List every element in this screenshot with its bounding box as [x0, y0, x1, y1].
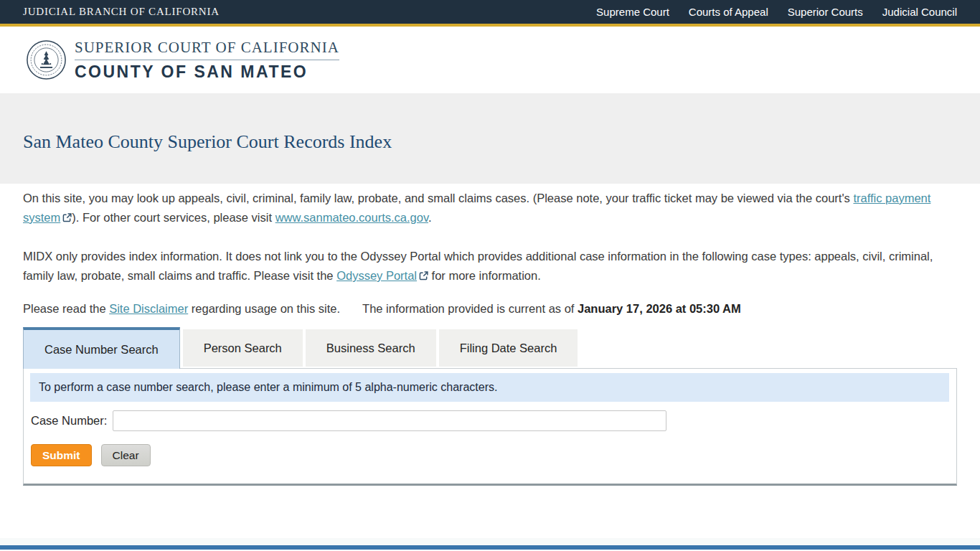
site-disclaimer-link[interactable]: Site Disclaimer — [109, 302, 188, 315]
clear-button[interactable]: Clear — [101, 444, 151, 466]
sanmateo-courts-link[interactable]: www.sanmateo.courts.ca.gov — [275, 211, 428, 224]
disclaimer-text: regarding usage on this site. — [188, 302, 340, 315]
page-title: San Mateo County Superior Court Records … — [23, 131, 957, 153]
intro-p1-text: . — [428, 211, 432, 224]
tab-business-search[interactable]: Business Search — [306, 329, 436, 367]
form-buttons-row: Submit Clear — [31, 444, 948, 466]
external-link-icon — [62, 213, 72, 222]
intro-paragraph-2: MIDX only provides index information. It… — [23, 247, 957, 286]
data-currency-datetime: January 17, 2026 at 05:30 AM — [578, 302, 741, 315]
header-court-line: SUPERIOR COURT OF CALIFORNIA — [75, 39, 339, 57]
tab-person-search[interactable]: Person Search — [183, 329, 303, 367]
intro-p1-text: ). For other court services, please visi… — [72, 211, 275, 224]
header-divider — [75, 60, 339, 60]
case-number-search-panel: To perform a case number search, please … — [23, 368, 957, 486]
data-currency-note: The information provided is current as o… — [362, 302, 741, 315]
search-instruction-text: To perform a case number search, please … — [39, 381, 497, 394]
nav-link-courts-of-appeal[interactable]: Courts of Appeal — [689, 6, 768, 18]
intro-paragraph-1: On this site, you may look up appeals, c… — [23, 189, 957, 227]
intro-p2-text: for more information. — [428, 269, 541, 282]
court-seal-icon — [26, 39, 67, 80]
main-content: On this site, you may look up appeals, c… — [0, 184, 980, 538]
topbar-nav: Supreme Court Courts of Appeal Superior … — [596, 6, 957, 18]
case-number-input[interactable] — [113, 410, 666, 431]
odyssey-portal-link[interactable]: Odyssey Portal — [336, 269, 417, 282]
tab-filing-date-search[interactable]: Filing Date Search — [439, 329, 578, 367]
search-tabs: Case Number Search Person Search Busines… — [23, 327, 957, 368]
case-number-form-row: Case Number: — [31, 410, 948, 431]
judicial-branch-brand: JUDICIAL BRANCH OF CALIFORNIA — [23, 6, 220, 18]
header-wordmark: SUPERIOR COURT OF CALIFORNIA COUNTY OF S… — [75, 39, 339, 82]
site-header: SUPERIOR COURT OF CALIFORNIA COUNTY OF S… — [0, 27, 980, 93]
intro-p1-text: On this site, you may look up appeals, c… — [23, 192, 853, 204]
disclaimer-row: Please read the Site Disclaimer regardin… — [23, 301, 957, 316]
header-county-line: COUNTY OF SAN MATEO — [75, 62, 339, 82]
case-number-label: Case Number: — [31, 414, 107, 428]
search-instruction-banner: To perform a case number search, please … — [30, 373, 949, 402]
tab-case-number-search[interactable]: Case Number Search — [23, 327, 180, 369]
nav-link-superior-courts[interactable]: Superior Courts — [788, 6, 863, 18]
disclaimer-text: Please read the — [23, 302, 109, 315]
nav-link-judicial-council[interactable]: Judicial Council — [882, 6, 957, 18]
data-currency-prefix: The information provided is current as o… — [362, 302, 578, 315]
government-topbar: JUDICIAL BRANCH OF CALIFORNIA Supreme Co… — [0, 0, 980, 24]
submit-button[interactable]: Submit — [31, 444, 92, 466]
external-link-icon — [419, 271, 428, 281]
footer-light-strip — [0, 538, 980, 545]
title-band: San Mateo County Superior Court Records … — [0, 93, 980, 184]
nav-link-supreme-court[interactable]: Supreme Court — [596, 6, 669, 18]
